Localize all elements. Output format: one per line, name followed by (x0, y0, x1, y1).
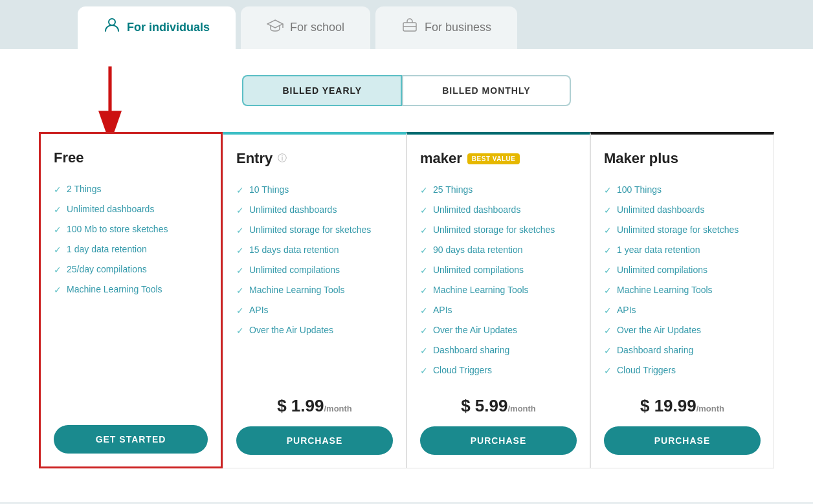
entry-price-row: $ 1.99/month (236, 383, 393, 426)
check-icon: ✓ (236, 205, 244, 215)
check-icon: ✓ (604, 205, 612, 215)
maker-feature-list: ✓25 Things ✓Unlimited dashboards ✓Unlimi… (420, 180, 577, 383)
check-icon: ✓ (604, 366, 612, 376)
info-icon[interactable]: ⓘ (278, 153, 287, 164)
tab-business[interactable]: For business (375, 6, 517, 49)
maker-plan-title-row: maker BEST VALUE (420, 150, 577, 167)
school-icon (267, 17, 284, 38)
maker-plan-wrapper: maker BEST VALUE ✓25 Things ✓Unlimited d… (406, 132, 590, 468)
svg-marker-1 (267, 20, 283, 28)
list-item: ✓Cloud Triggers (604, 360, 761, 380)
check-icon: ✓ (420, 366, 428, 376)
check-icon: ✓ (54, 184, 61, 195)
list-item: ✓Unlimited storage for sketches (236, 220, 393, 240)
list-item: ✓Machine Learning Tools (604, 280, 761, 300)
list-item: ✓Unlimited storage for sketches (420, 220, 577, 240)
check-icon: ✓ (236, 245, 244, 256)
list-item: ✓Dashboard sharing (420, 340, 577, 360)
list-item: ✓15 days data retention (236, 240, 393, 260)
list-item: ✓25/day compilations (54, 259, 208, 279)
check-icon: ✓ (604, 245, 612, 256)
maker-plan-card: maker BEST VALUE ✓25 Things ✓Unlimited d… (406, 132, 590, 468)
list-item: ✓Dashboard sharing (604, 340, 761, 360)
check-icon: ✓ (420, 205, 428, 215)
list-item: ✓Unlimited compilations (236, 260, 393, 280)
tab-individuals[interactable]: For individuals (78, 6, 236, 49)
list-item: ✓Unlimited dashboards (54, 199, 208, 219)
check-icon: ✓ (236, 325, 244, 336)
list-item: ✓1 year data retention (604, 240, 761, 260)
list-item: ✓Machine Learning Tools (236, 280, 393, 300)
list-item: ✓Unlimited dashboards (236, 200, 393, 220)
list-item: ✓Machine Learning Tools (54, 279, 208, 300)
list-item: ✓APIs (420, 300, 577, 320)
check-icon: ✓ (604, 305, 612, 316)
billed-monthly-button[interactable]: BILLED MONTHLY (402, 75, 570, 106)
list-item: ✓Over the Air Updates (420, 320, 577, 340)
check-icon: ✓ (236, 185, 244, 195)
check-icon: ✓ (604, 345, 612, 356)
maker-plan-title: maker (420, 150, 462, 167)
check-icon: ✓ (54, 245, 61, 255)
entry-feature-list: ✓10 Things ✓Unlimited dashboards ✓Unlimi… (236, 180, 393, 383)
list-item: ✓Unlimited dashboards (420, 200, 577, 220)
tab-school-label: For school (290, 21, 344, 34)
maker-plus-feature-list: ✓100 Things ✓Unlimited dashboards ✓Unlim… (604, 180, 761, 383)
list-item: ✓100 Things (604, 180, 761, 200)
billing-toggle: BILLED YEARLY BILLED MONTHLY (39, 75, 774, 106)
list-item: ✓Unlimited storage for sketches (604, 220, 761, 240)
check-icon: ✓ (420, 325, 428, 336)
main-content: BILLED YEARLY BILLED MONTHLY Free (0, 49, 813, 502)
individual-icon (104, 17, 120, 38)
maker-plus-plan-wrapper: Maker plus ✓100 Things ✓Unlimited dashbo… (590, 132, 774, 468)
check-icon: ✓ (420, 305, 428, 316)
entry-plan-title: Entry (236, 150, 273, 167)
free-feature-list: ✓2 Things ✓Unlimited dashboards ✓100 Mb … (54, 179, 208, 382)
list-item: ✓APIs (604, 300, 761, 320)
billed-yearly-button[interactable]: BILLED YEARLY (242, 75, 402, 106)
free-get-started-button[interactable]: GET STARTED (54, 425, 208, 454)
maker-plus-purchase-button[interactable]: PURCHASE (604, 426, 761, 455)
business-icon (401, 17, 418, 38)
check-icon: ✓ (420, 245, 428, 256)
free-plan-wrapper: Free ✓2 Things ✓Unlimited dashboards ✓10… (39, 132, 223, 468)
maker-plus-price-row: $ 19.99/month (604, 383, 761, 426)
free-plan-card: Free ✓2 Things ✓Unlimited dashboards ✓10… (39, 132, 223, 468)
maker-price-amount: $ 5.99/month (461, 396, 536, 415)
list-item: ✓Unlimited compilations (420, 260, 577, 280)
maker-purchase-button[interactable]: PURCHASE (420, 426, 577, 455)
entry-purchase-button[interactable]: PURCHASE (236, 426, 393, 455)
check-icon: ✓ (604, 185, 612, 195)
best-value-badge: BEST VALUE (467, 153, 520, 164)
entry-plan-wrapper: Entry ⓘ ✓10 Things ✓Unlimited dashboards… (223, 132, 406, 468)
entry-plan-card: Entry ⓘ ✓10 Things ✓Unlimited dashboards… (223, 132, 406, 468)
check-icon: ✓ (54, 285, 61, 295)
entry-price-amount: $ 1.99/month (277, 396, 352, 415)
check-icon: ✓ (236, 285, 244, 296)
check-icon: ✓ (420, 185, 428, 195)
tab-bar: For individuals For school For business (0, 0, 813, 49)
check-icon: ✓ (420, 285, 428, 296)
maker-plus-price-amount: $ 19.99/month (640, 396, 724, 415)
tab-school[interactable]: For school (241, 6, 370, 49)
check-icon: ✓ (420, 265, 428, 276)
free-plan-title: Free (54, 149, 84, 166)
maker-plus-plan-title-row: Maker plus (604, 150, 761, 167)
list-item: ✓2 Things (54, 179, 208, 199)
list-item: ✓Over the Air Updates (604, 320, 761, 340)
check-icon: ✓ (604, 265, 612, 276)
check-icon: ✓ (604, 285, 612, 296)
list-item: ✓APIs (236, 300, 393, 320)
maker-plus-plan-card: Maker plus ✓100 Things ✓Unlimited dashbo… (590, 132, 774, 468)
check-icon: ✓ (420, 225, 428, 236)
check-icon: ✓ (604, 225, 612, 236)
list-item: ✓90 days data retention (420, 240, 577, 260)
list-item: ✓Over the Air Updates (236, 320, 393, 340)
check-icon: ✓ (54, 265, 61, 275)
list-item: ✓Unlimited dashboards (604, 200, 761, 220)
plans-grid: Free ✓2 Things ✓Unlimited dashboards ✓10… (39, 132, 774, 468)
check-icon: ✓ (604, 325, 612, 336)
maker-price-row: $ 5.99/month (420, 383, 577, 426)
check-icon: ✓ (54, 204, 61, 215)
list-item: ✓Unlimited compilations (604, 260, 761, 280)
